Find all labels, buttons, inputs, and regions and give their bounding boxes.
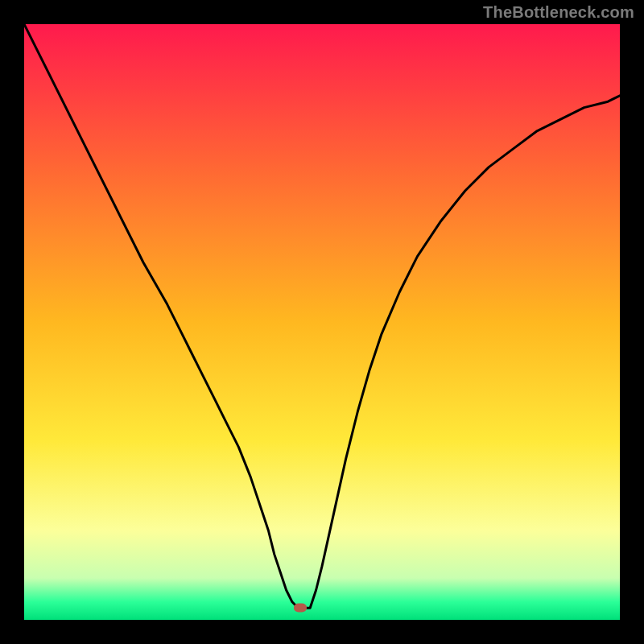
gradient-background [24,24,620,620]
min-point-marker [294,604,307,613]
watermark-text: TheBottleneck.com [483,3,634,22]
svg-rect-0 [24,24,620,620]
plot-area [24,24,620,620]
chart-frame: TheBottleneck.com [0,0,644,644]
